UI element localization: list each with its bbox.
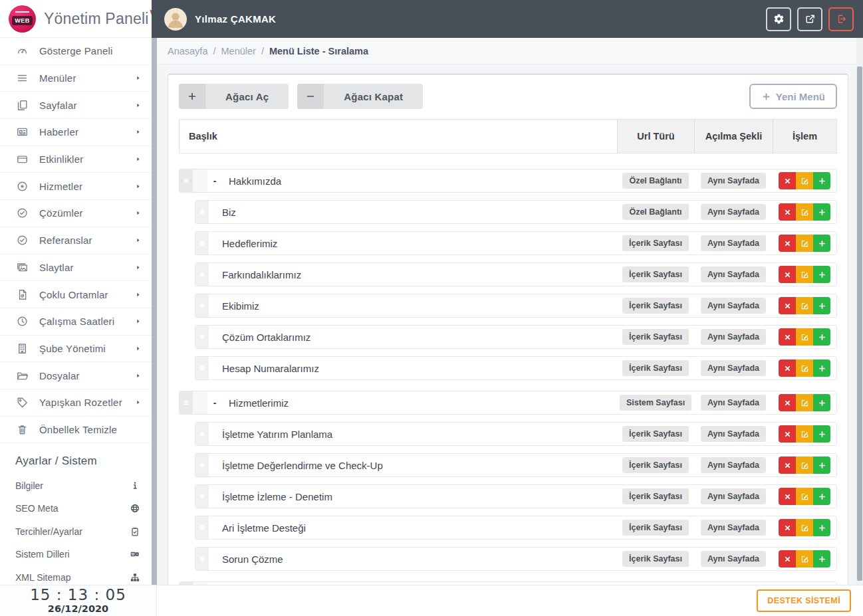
add-child-button[interactable] [813, 457, 830, 474]
drag-handle[interactable] [180, 391, 193, 414]
expand-tree-button[interactable]: Ağacı Aç [179, 84, 289, 109]
drag-handle[interactable] [195, 294, 209, 317]
close-icon [783, 461, 792, 470]
delete-button[interactable] [779, 488, 796, 505]
delete-button[interactable] [779, 519, 796, 536]
delete-button[interactable] [779, 394, 796, 411]
edit-button[interactable] [796, 266, 813, 283]
drag-handle[interactable] [195, 357, 209, 379]
edit-button[interactable] [796, 457, 813, 474]
sidebar-item--nbellek-temizle[interactable]: Önbellek Temizle [0, 417, 152, 444]
edit-button[interactable] [796, 328, 813, 346]
collapse-tree-button[interactable]: Ağacı Kapat [297, 84, 423, 109]
drag-handle[interactable] [195, 232, 209, 255]
add-child-button[interactable] [813, 297, 830, 314]
add-child-button[interactable] [813, 172, 830, 189]
edit-icon [800, 207, 810, 217]
drag-handle[interactable] [195, 201, 209, 223]
drag-handle[interactable] [195, 326, 209, 348]
column-header-open-mode: Açılma Şekli [694, 120, 773, 153]
edit-button[interactable] [796, 203, 813, 221]
delete-button[interactable] [779, 235, 796, 252]
add-child-button[interactable] [813, 359, 830, 377]
delete-button[interactable] [779, 425, 796, 443]
edit-button[interactable] [796, 394, 813, 411]
edit-button[interactable] [796, 488, 813, 505]
sidebar-item-dosyalar[interactable]: Dosyalar [0, 362, 152, 389]
sidebar-system-item[interactable]: Tercihler/Ayarlar [0, 520, 152, 544]
sidebar-scrollbar[interactable] [152, 38, 157, 585]
menu-row-title: Ari İşletme Desteği [222, 522, 306, 534]
support-system-button[interactable]: DESTEK SİSTEMİ [757, 589, 851, 612]
menu-row-title: İşletme Değerlendirme ve Check-Up [222, 460, 383, 471]
page-scrollbar[interactable] [856, 38, 863, 585]
close-icon [783, 555, 792, 564]
delete-button[interactable] [779, 172, 796, 189]
delete-button[interactable] [779, 266, 796, 283]
sidebar-item-slaytlar[interactable]: Slaytlar [0, 255, 152, 282]
add-child-button[interactable] [813, 203, 830, 221]
add-child-button[interactable] [813, 488, 830, 505]
menu-row-meta: İçerik Sayfası Aynı Sayfada [617, 488, 836, 505]
delete-button[interactable] [779, 297, 796, 314]
sidebar-item--ube-y-netimi[interactable]: Şube Yönetimi [0, 336, 152, 363]
add-child-button[interactable] [813, 235, 830, 252]
sidebar-system-item[interactable]: Sistem Dilleri Ax [0, 543, 152, 566]
settings-button[interactable] [766, 7, 791, 31]
sidebar-item-sayfalar[interactable]: Sayfalar [0, 92, 152, 119]
collapse-toggle[interactable]: - [207, 175, 222, 186]
delete-button[interactable] [779, 328, 796, 346]
sidebar-item-etkinlikler[interactable]: Etkinlikler [0, 146, 152, 173]
sidebar-item--oklu-ortamlar[interactable]: Çoklu Ortamlar [0, 281, 152, 308]
edit-icon [800, 492, 810, 502]
add-child-button[interactable] [813, 519, 830, 536]
sidebar-item-hizmetler[interactable]: Hizmetler [0, 173, 152, 200]
logo-web-label: WEB [12, 16, 33, 25]
drag-handle[interactable] [195, 548, 209, 570]
add-child-button[interactable] [813, 394, 830, 411]
edit-button[interactable] [796, 425, 813, 443]
avatar[interactable] [164, 8, 187, 31]
edit-button[interactable] [796, 359, 813, 377]
add-child-button[interactable] [813, 550, 830, 567]
add-child-button[interactable] [813, 328, 830, 346]
edit-button[interactable] [796, 550, 813, 567]
drag-handle[interactable] [195, 423, 209, 445]
sidebar-item-referanslar[interactable]: Referanslar [0, 227, 152, 255]
collapse-toggle[interactable]: - [207, 397, 222, 408]
scrollbar-thumb[interactable] [857, 66, 862, 581]
sidebar-item-g-sterge-paneli[interactable]: Gösterge Paneli [0, 38, 152, 65]
new-menu-button[interactable]: Yeni Menü [749, 84, 837, 109]
sidebar-item-men-ler[interactable]: Menüler [0, 65, 152, 92]
edit-button[interactable] [796, 172, 813, 189]
drag-handle[interactable] [195, 485, 209, 508]
drag-handle-icon [181, 397, 191, 408]
edit-button[interactable] [796, 235, 813, 252]
site-preview-button[interactable] [797, 7, 822, 31]
logout-button[interactable] [828, 7, 854, 31]
drag-handle[interactable] [195, 263, 209, 286]
breadcrumb-link[interactable]: Anasayfa [168, 46, 207, 56]
drag-handle[interactable] [195, 516, 209, 539]
add-child-button[interactable] [813, 425, 830, 443]
edit-button[interactable] [796, 519, 813, 536]
sidebar-item--al-ma-saatleri[interactable]: Çalışma Saatleri [0, 308, 152, 336]
sidebar-item-yap-kan-rozetler[interactable]: Yapışkan Rozetler [0, 389, 152, 417]
sidebar-system-item[interactable]: Bilgiler [0, 474, 152, 497]
delete-button[interactable] [779, 203, 796, 221]
sidebar-system-item[interactable]: SEO Meta [0, 497, 152, 520]
delete-button[interactable] [779, 359, 796, 377]
menu-row-title: Hedeflerimiz [222, 238, 277, 249]
drag-handle[interactable] [180, 169, 193, 192]
drag-handle[interactable] [195, 454, 209, 476]
edit-button[interactable] [796, 297, 813, 314]
close-icon [783, 364, 792, 373]
sidebar-system-item[interactable]: XML Sitemap [0, 566, 152, 585]
sidebar-item-haberler[interactable]: Haberler [0, 119, 152, 146]
delete-button[interactable] [779, 550, 796, 567]
breadcrumb-link[interactable]: Menüler [221, 46, 256, 56]
add-child-button[interactable] [813, 266, 830, 283]
brand-area[interactable]: WEB Yönetim PaneliV2 [0, 0, 152, 38]
delete-button[interactable] [779, 457, 796, 474]
sidebar-item--z-mler[interactable]: Çözümler [0, 200, 152, 227]
